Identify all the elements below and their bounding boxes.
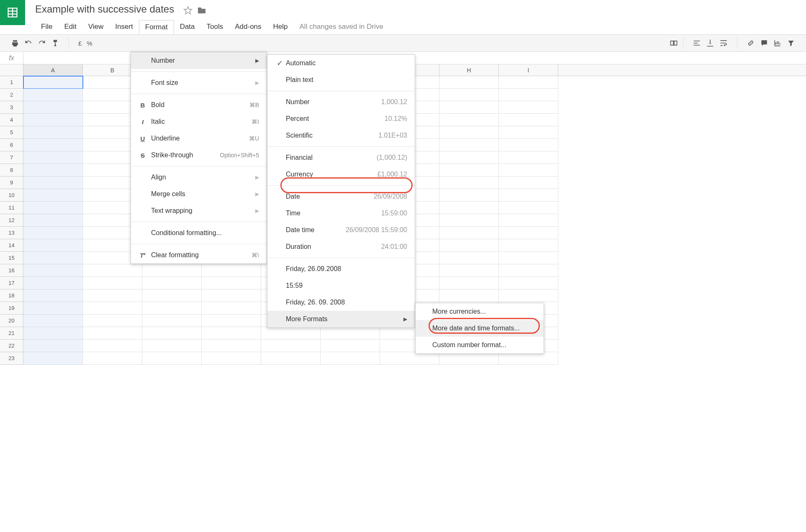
cell[interactable] — [439, 352, 499, 365]
cell[interactable] — [23, 89, 83, 101]
cell[interactable] — [142, 327, 202, 340]
cell[interactable] — [23, 202, 83, 214]
cell[interactable] — [261, 352, 321, 365]
cell[interactable] — [439, 239, 499, 252]
cell[interactable] — [23, 126, 83, 139]
number-automatic[interactable]: ✓Automatic — [267, 55, 415, 72]
folder-icon[interactable] — [197, 5, 207, 17]
number-number[interactable]: Number1,000.12 — [267, 94, 415, 110]
halign-icon[interactable] — [690, 36, 703, 50]
row-header[interactable]: 19 — [0, 302, 23, 315]
cell[interactable] — [202, 352, 261, 365]
format-align[interactable]: Align▶ — [131, 169, 267, 186]
menu-help[interactable]: Help — [267, 20, 294, 34]
cell[interactable] — [499, 139, 558, 151]
cell[interactable] — [23, 264, 83, 277]
cell[interactable] — [499, 114, 558, 126]
sheets-app-icon[interactable] — [0, 0, 25, 25]
cell[interactable] — [499, 252, 558, 264]
cell[interactable] — [202, 264, 261, 277]
custom-number-format[interactable]: Custom number format... — [416, 337, 544, 353]
cell[interactable] — [380, 352, 439, 365]
comment-icon[interactable] — [757, 36, 771, 50]
row-header[interactable]: 7 — [0, 151, 23, 164]
cell[interactable] — [499, 264, 558, 277]
cell[interactable] — [23, 239, 83, 252]
cell[interactable] — [142, 352, 202, 365]
cell[interactable] — [23, 277, 83, 289]
row-header[interactable]: 22 — [0, 340, 23, 352]
cell[interactable] — [142, 315, 202, 327]
cell[interactable] — [23, 315, 83, 327]
number-scientific[interactable]: Scientific1.01E+03 — [267, 127, 415, 144]
cell[interactable] — [23, 176, 83, 189]
undo-icon[interactable] — [22, 36, 35, 50]
cell[interactable] — [439, 227, 499, 239]
cell[interactable] — [23, 252, 83, 264]
cell[interactable] — [499, 76, 558, 89]
cell[interactable] — [23, 164, 83, 176]
cell[interactable] — [499, 164, 558, 176]
cell[interactable] — [261, 327, 321, 340]
star-icon[interactable] — [183, 6, 193, 16]
redo-icon[interactable] — [35, 36, 49, 50]
format-italic[interactable]: IItalic⌘I — [131, 113, 267, 130]
menu-data[interactable]: Data — [174, 20, 201, 34]
cell[interactable] — [499, 189, 558, 202]
number-plaintext[interactable]: Plain text — [267, 72, 415, 88]
row-header[interactable]: 3 — [0, 101, 23, 114]
cell[interactable] — [499, 89, 558, 101]
menu-insert[interactable]: Insert — [109, 20, 139, 34]
format-strike[interactable]: SStrike-throughOption+Shift+5 — [131, 147, 267, 164]
cell[interactable] — [439, 189, 499, 202]
document-title[interactable]: Example with successive dates — [35, 3, 174, 15]
cell[interactable] — [439, 76, 499, 89]
menu-edit[interactable]: Edit — [58, 20, 82, 34]
cell[interactable] — [202, 289, 261, 302]
cell[interactable] — [439, 126, 499, 139]
row-header[interactable]: 21 — [0, 327, 23, 340]
cell[interactable] — [23, 227, 83, 239]
cell[interactable] — [23, 151, 83, 164]
menu-file[interactable]: File — [35, 20, 58, 34]
cell[interactable] — [499, 126, 558, 139]
cell[interactable] — [439, 214, 499, 227]
number-custom3[interactable]: Friday, 26. 09. 2008 — [267, 294, 415, 311]
more-currencies[interactable]: More currencies... — [416, 303, 544, 320]
cell[interactable] — [202, 315, 261, 327]
row-header[interactable]: 14 — [0, 239, 23, 252]
format-underline[interactable]: UUnderline⌘U — [131, 130, 267, 147]
cell[interactable] — [439, 114, 499, 126]
cell[interactable] — [83, 327, 142, 340]
currency-format-button[interactable]: £ — [76, 40, 84, 47]
column-header-h[interactable]: H — [439, 64, 499, 76]
valign-icon[interactable] — [703, 36, 717, 50]
cell[interactable] — [439, 101, 499, 114]
cell[interactable] — [499, 202, 558, 214]
number-percent[interactable]: Percent10.12% — [267, 110, 415, 127]
text-wrap-icon[interactable] — [717, 36, 730, 50]
cell[interactable] — [202, 277, 261, 289]
format-merge[interactable]: Merge cells▶ — [131, 186, 267, 202]
cell[interactable] — [499, 352, 558, 365]
cell[interactable] — [142, 340, 202, 352]
row-header[interactable]: 4 — [0, 114, 23, 126]
row-header[interactable]: 10 — [0, 189, 23, 202]
cell[interactable] — [439, 176, 499, 189]
number-custom2[interactable]: 15:59 — [267, 277, 415, 294]
cell[interactable] — [439, 202, 499, 214]
row-header[interactable]: 18 — [0, 289, 23, 302]
row-header[interactable]: 17 — [0, 277, 23, 289]
cell[interactable] — [23, 302, 83, 315]
format-number[interactable]: Number▶ — [131, 52, 267, 69]
row-header[interactable]: 16 — [0, 264, 23, 277]
cell[interactable] — [439, 139, 499, 151]
link-icon[interactable] — [744, 36, 757, 50]
cell[interactable] — [439, 264, 499, 277]
cell[interactable] — [499, 151, 558, 164]
chart-icon[interactable] — [771, 36, 784, 50]
column-header-a[interactable]: A — [23, 64, 83, 76]
menu-format[interactable]: Format — [139, 20, 174, 34]
cell[interactable] — [439, 289, 499, 302]
row-header[interactable]: 11 — [0, 202, 23, 214]
